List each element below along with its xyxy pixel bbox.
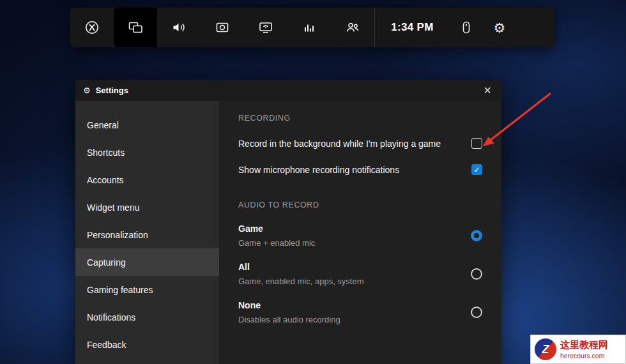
performance-icon xyxy=(302,20,317,35)
broadcast-button[interactable] xyxy=(244,8,287,47)
background-recording-row: Record in the background while I'm playi… xyxy=(238,138,482,149)
sidebar-item-label: Accounts xyxy=(87,175,124,185)
audio-option-game-radio[interactable] xyxy=(471,230,482,241)
audio-option-all-label: All xyxy=(238,262,364,272)
audio-option-all-description: Game, enabled mic, apps, system xyxy=(238,277,364,286)
game-bar: 1:34 PM ⚙ xyxy=(70,8,554,47)
performance-button[interactable] xyxy=(287,8,331,47)
mic-notifications-checkbox[interactable] xyxy=(471,164,482,175)
sidebar-item-label: General xyxy=(87,120,119,130)
audio-option-none-label: None xyxy=(238,300,340,310)
watermark-url: herecours.com xyxy=(560,352,608,360)
close-button[interactable]: × xyxy=(473,80,501,101)
window-title: Settings xyxy=(96,86,128,95)
settings-window: ⚙ Settings × General Shortcuts Accounts … xyxy=(75,80,501,364)
background-recording-checkbox[interactable] xyxy=(471,138,482,149)
sidebar-item-feedback[interactable]: Feedback xyxy=(75,331,219,358)
sidebar-item-label: Notifications xyxy=(87,312,135,322)
sidebar-item-label: Widget menu xyxy=(87,202,139,213)
people-icon xyxy=(345,20,360,35)
gear-icon: ⚙ xyxy=(494,21,506,34)
watermark-title: 这里教程网 xyxy=(560,339,608,351)
sidebar-item-label: Gaming features xyxy=(87,285,153,295)
sidebar-item-gaming-features[interactable]: Gaming features xyxy=(75,276,219,303)
sidebar-item-widget-menu[interactable]: Widget menu xyxy=(75,193,219,221)
speaker-icon xyxy=(171,20,187,35)
sidebar-item-notifications[interactable]: Notifications xyxy=(75,303,219,331)
gamebar-settings-button[interactable]: ⚙ xyxy=(483,8,516,47)
audio-option-game-description: Game + enabled mic xyxy=(238,238,315,248)
widgets-icon xyxy=(128,20,143,35)
audio-option-all-radio[interactable] xyxy=(471,268,482,280)
xbox-button[interactable] xyxy=(70,8,114,47)
sidebar-item-shortcuts[interactable]: Shortcuts xyxy=(75,139,219,166)
sidebar-item-label: Shortcuts xyxy=(87,148,125,158)
recording-section-header: RECORDING xyxy=(238,114,482,123)
background-recording-label: Record in the background while I'm playi… xyxy=(238,139,441,149)
capture-icon xyxy=(215,20,230,35)
audio-button[interactable] xyxy=(157,8,201,47)
sidebar-item-general[interactable]: General xyxy=(75,111,219,139)
watermark: Z 这里教程网 herecours.com xyxy=(530,335,626,364)
audio-section-header: AUDIO TO RECORD xyxy=(238,201,482,209)
clock-text: 1:34 PM xyxy=(391,21,433,34)
mouse-icon xyxy=(459,20,474,35)
settings-sidebar: General Shortcuts Accounts Widget menu P… xyxy=(75,101,219,364)
widgets-button[interactable] xyxy=(114,8,157,47)
sidebar-item-label: Capturing xyxy=(87,257,126,268)
audio-option-none-description: Disables all audio recording xyxy=(238,315,340,324)
audio-option-game-label: Game xyxy=(238,224,315,234)
clock: 1:34 PM xyxy=(374,8,450,47)
settings-titlebar: ⚙ Settings × xyxy=(75,80,501,101)
mouse-passthrough-button[interactable] xyxy=(450,8,483,47)
audio-option-none-row: None Disables all audio recording xyxy=(238,300,482,324)
sidebar-item-accounts[interactable]: Accounts xyxy=(75,166,219,193)
broadcast-icon xyxy=(258,20,273,35)
watermark-logo-icon: Z xyxy=(535,338,556,360)
desktop-background: { "colors": { "accent": "#0f7fd7", "arro… xyxy=(0,0,626,364)
capture-button[interactable] xyxy=(201,8,244,47)
looking-for-group-button[interactable] xyxy=(331,8,374,47)
audio-option-all-row: All Game, enabled mic, apps, system xyxy=(238,262,482,286)
settings-gear-icon: ⚙ xyxy=(83,86,91,95)
sidebar-item-label: Personalization xyxy=(87,230,148,240)
settings-content: RECORDING Record in the background while… xyxy=(219,101,501,364)
sidebar-item-label: Feedback xyxy=(87,340,126,350)
sidebar-item-capturing[interactable]: Capturing xyxy=(75,248,219,276)
mic-notifications-label: Show microphone recording notifications xyxy=(238,165,399,175)
xbox-logo-icon xyxy=(84,20,100,35)
mic-notifications-row: Show microphone recording notifications xyxy=(238,164,482,175)
sidebar-item-personalization[interactable]: Personalization xyxy=(75,221,219,248)
close-icon: × xyxy=(484,83,491,98)
audio-option-none-radio[interactable] xyxy=(471,307,482,318)
audio-option-game-row: Game Game + enabled mic xyxy=(238,224,482,248)
